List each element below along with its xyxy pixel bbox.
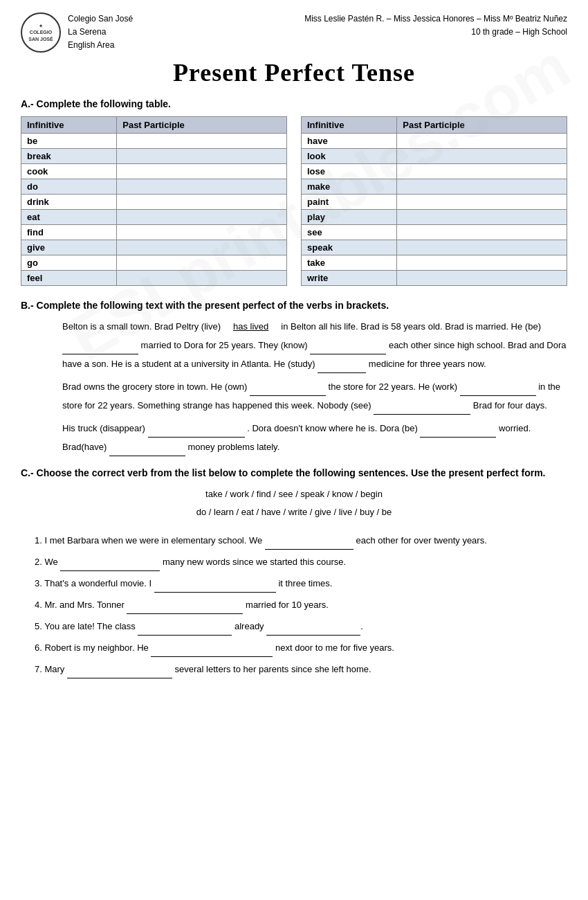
section-b-text: Belton is a small town. Brad Peltry (liv… [62, 318, 567, 456]
school-area: English Area [68, 39, 133, 52]
table-row: eat [21, 210, 287, 225]
table-row: lose [302, 164, 567, 179]
participle-cell[interactable] [397, 240, 567, 255]
fill-blank[interactable] [67, 660, 172, 678]
blank-lived[interactable]: has lived [223, 318, 279, 336]
sentence-text: several letters to her parents since she… [172, 664, 371, 674]
table-row: write [302, 271, 567, 286]
sentence-text: it three times. [276, 578, 333, 588]
participle-cell[interactable] [117, 240, 287, 255]
fill-blank[interactable] [154, 574, 276, 593]
b-paragraph-1: Belton is a small town. Brad Peltry (liv… [62, 318, 567, 373]
blank-dora-be[interactable] [420, 419, 496, 438]
participle-cell[interactable] [397, 210, 567, 225]
participle-cell[interactable] [397, 164, 567, 179]
participle-cell[interactable] [117, 225, 287, 240]
blank-disappear[interactable] [148, 419, 245, 438]
infinitive-cell: find [21, 225, 117, 240]
sentence-text: many new words since we started this cou… [160, 557, 346, 567]
blank-be[interactable] [62, 336, 138, 354]
participle-cell[interactable] [117, 164, 287, 179]
participle-cell[interactable] [117, 271, 287, 286]
table-row: give [21, 240, 287, 255]
table-row: play [302, 210, 567, 225]
infinitive-cell: make [302, 179, 397, 195]
participle-cell[interactable] [397, 225, 567, 240]
word-list-line1: take / work / find / see / speak / know … [21, 485, 567, 503]
participle-cell[interactable] [397, 179, 567, 195]
table-row: have [302, 134, 567, 149]
list-item: 2. We many new words since we started th… [21, 552, 567, 571]
section-c: C.- Choose the correct verb from the lis… [21, 467, 567, 678]
fill-blank[interactable] [266, 617, 360, 636]
table1-col1-header: Infinitive [21, 117, 117, 134]
participle-cell[interactable] [397, 255, 567, 271]
grade-info: 10 th grade – High School [304, 26, 567, 39]
table-row: do [21, 179, 287, 195]
list-item: 7. Mary several letters to her parents s… [21, 660, 567, 678]
participle-cell[interactable] [117, 255, 287, 271]
blank-have[interactable] [109, 438, 185, 456]
table-row: look [302, 149, 567, 164]
participle-cell[interactable] [117, 149, 287, 164]
list-item: 4. Mr. and Mrs. Tonner married for 10 ye… [21, 595, 567, 614]
blank-study[interactable] [318, 354, 366, 373]
table-row: find [21, 225, 287, 240]
fill-blank[interactable] [138, 617, 232, 636]
sentence-text: 5. You are late! The class [35, 621, 138, 631]
list-item: 3. That's a wonderful movie. I it three … [21, 574, 567, 593]
participle-cell[interactable] [117, 210, 287, 225]
fill-blank[interactable] [60, 552, 160, 571]
list-item: 5. You are late! The class already . [21, 617, 567, 636]
fill-blank[interactable] [127, 595, 243, 614]
participle-cell[interactable] [397, 271, 567, 286]
table-row: make [302, 179, 567, 195]
blank-know[interactable] [310, 336, 386, 354]
table1-col2-header: Past Participle [117, 117, 287, 134]
school-logo: ✦ COLEGIO SAN JOSÉ [21, 12, 61, 53]
section-c-label: C.- Choose the correct verb from the lis… [21, 467, 567, 478]
table-row: be [21, 134, 287, 149]
section-a-label: A.- Complete the following table. [21, 98, 567, 109]
blank-see[interactable] [374, 396, 470, 415]
participle-cell[interactable] [117, 195, 287, 210]
section-b-label: B.- Complete the following text with the… [21, 300, 567, 311]
sentence-text: married for 10 years. [243, 600, 329, 610]
teachers-names: Miss Leslie Pastén R. – Miss Jessica Hon… [304, 12, 567, 26]
table-row: drink [21, 195, 287, 210]
participle-cell[interactable] [397, 134, 567, 149]
infinitive-cell: do [21, 179, 117, 195]
participle-cell[interactable] [117, 134, 287, 149]
participle-cell[interactable] [397, 195, 567, 210]
sentence-text: next door to me for five years. [273, 642, 394, 653]
table-row: paint [302, 195, 567, 210]
infinitive-cell: drink [21, 195, 117, 210]
sentence-text: 7. Mary [35, 664, 67, 674]
b-paragraph-3: His truck (disappear) . Dora doesn't kno… [62, 419, 567, 456]
sentence-text: already [232, 621, 266, 631]
list-item: 6. Robert is my neighbor. He next door t… [21, 638, 567, 657]
sentence-text: 6. Robert is my neighbor. He [35, 642, 151, 653]
table-row: take [302, 255, 567, 271]
infinitive-cell: lose [302, 164, 397, 179]
fill-blank[interactable] [265, 531, 353, 550]
table-row: speak [302, 240, 567, 255]
blank-own[interactable] [250, 377, 326, 396]
page-title: Present Perfect Tense [21, 58, 567, 87]
fill-blank[interactable] [151, 638, 273, 657]
sentence-text: . [360, 621, 363, 631]
blank-work[interactable] [460, 377, 536, 396]
sentence-text: each other for over twenty years. [353, 535, 487, 546]
infinitive-cell: go [21, 255, 117, 271]
infinitive-cell: see [302, 225, 397, 240]
infinitive-cell: have [302, 134, 397, 149]
school-name: Colegio San José [68, 12, 133, 26]
infinitive-cell: cook [21, 164, 117, 179]
word-list-line2: do / learn / eat / have / write / give /… [21, 503, 567, 521]
infinitive-cell: look [302, 149, 397, 164]
participle-cell[interactable] [397, 149, 567, 164]
infinitive-cell: speak [302, 240, 397, 255]
participle-cell[interactable] [117, 179, 287, 195]
sentence-list: 1. I met Barbara when we were in element… [21, 531, 567, 678]
word-list: take / work / find / see / speak / know … [21, 485, 567, 521]
